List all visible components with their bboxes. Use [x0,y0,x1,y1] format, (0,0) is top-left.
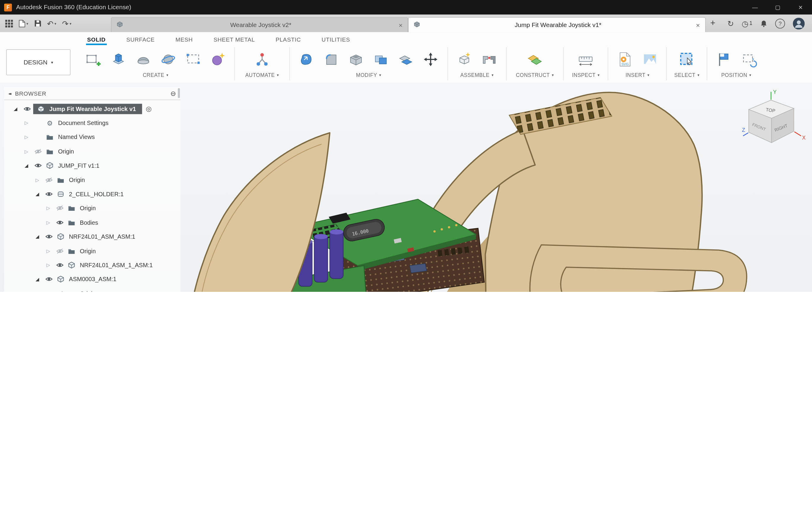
browser-tree-item[interactable]: ▷Bodies [4,216,180,230]
offset-face-button[interactable] [394,47,418,71]
close-button[interactable]: × [789,0,812,15]
close-tab-icon[interactable]: × [696,21,700,29]
visibility-eye-icon[interactable] [42,177,55,183]
new-component-button[interactable] [452,47,477,71]
scrollbar-thumb[interactable] [178,88,180,98]
measure-button[interactable] [573,47,598,71]
browser-tree-item[interactable]: ◢JUMP_FIT v1:1 [4,159,180,173]
visibility-eye-icon[interactable] [53,205,66,211]
expand-toggle-icon[interactable]: ▷ [43,291,53,292]
move-copy-button[interactable] [418,47,443,71]
save-icon[interactable] [34,20,41,27]
inspect-group-label[interactable]: INSPECT▾ [572,72,600,78]
tab-utilities[interactable]: UTILITIES [321,33,351,45]
visibility-eye-icon[interactable] [42,191,55,197]
browser-header[interactable]: ◂◂ BROWSER ⊖ [4,87,180,100]
bell-icon[interactable] [760,20,767,27]
visibility-eye-icon[interactable] [53,219,66,226]
collapse-toggle-icon[interactable]: ◢ [32,234,42,239]
visibility-eye-icon[interactable] [53,262,66,268]
user-avatar[interactable] [793,18,805,29]
view-cube[interactable]: Y TOP FRONT RIGHT X Z [742,88,810,153]
new-sketch-button[interactable] [81,47,106,71]
expand-toggle-icon[interactable]: ▷ [21,135,32,140]
activate-component-icon[interactable]: ◎ [146,105,152,113]
job-status-icon[interactable]: ↻ [727,20,734,27]
browser-tree-item[interactable]: ▷Origin [4,144,180,159]
expand-toggle-icon[interactable]: ▷ [21,120,32,125]
document-tab[interactable]: Wearable Joystick v2* × [111,17,408,32]
combine-button[interactable] [369,47,394,71]
browser-tree-item[interactable]: ◢NRF24L01_ASM_ASM:1 [4,229,180,244]
expand-toggle-icon[interactable]: ▷ [21,149,32,154]
visibility-eye-icon[interactable] [21,106,33,112]
browser-tree-item[interactable]: ◢Jump Fit Wearable Joystick v1◎ [4,102,180,116]
document-tab-active[interactable]: Jump Fit Wearable Joystick v1* × [408,17,706,32]
fillet-button[interactable] [319,47,344,71]
press-pull-button[interactable] [294,47,319,71]
file-menu-icon[interactable]: ▾ [19,20,28,27]
shell-button[interactable] [344,47,369,71]
collapse-toggle-icon[interactable]: ◢ [32,277,42,282]
visibility-eye-icon[interactable] [32,162,44,169]
redo-icon[interactable]: ↷▾ [62,20,71,27]
expand-toggle-icon[interactable]: ▷ [32,177,42,182]
create-form-button[interactable] [205,47,230,71]
browser-tree-item[interactable]: ◢2_CELL_HOLDER:1 [4,187,180,201]
visibility-eye-icon[interactable] [53,290,66,292]
browser-tree-item[interactable]: ◢ASM0003_ASM:1 [4,272,180,286]
notification-clock-icon[interactable]: ◷1 [742,20,752,27]
help-icon[interactable]: ? [775,19,785,28]
extrude-button[interactable] [106,47,130,71]
select-button[interactable] [675,47,699,71]
collapse-toggle-icon[interactable]: ◢ [32,192,42,197]
capture-position-button[interactable] [712,47,736,71]
visibility-eye-icon[interactable] [42,276,55,282]
position-group-label[interactable]: POSITION▾ [721,72,751,78]
collapse-panel-icon[interactable]: ◂◂ [8,91,10,96]
expand-toggle-icon[interactable]: ▷ [43,220,53,225]
browser-tree-item[interactable]: ▷Origin [4,201,180,216]
expand-toggle-icon[interactable]: ▷ [43,248,53,253]
assemble-group-label[interactable]: ASSEMBLE▾ [460,72,494,78]
visibility-eye-icon[interactable] [53,248,66,254]
insert-group-label[interactable]: INSERT▾ [626,72,650,78]
expand-toggle-icon[interactable]: ▷ [43,262,53,267]
select-group-label[interactable]: SELECT▾ [674,72,699,78]
construction-plane-button[interactable] [522,47,547,71]
minimize-button[interactable]: — [744,0,766,15]
automate-button[interactable] [250,47,274,71]
tab-sheet-metal[interactable]: SHEET METAL [212,33,256,45]
browser-tree-item[interactable]: ▷NRF24L01_ASM_1_ASM:1 [4,258,180,272]
revert-position-button[interactable] [736,47,761,71]
maximize-button[interactable]: ▢ [766,0,789,15]
tab-surface[interactable]: SURFACE [125,33,156,45]
create-group-label[interactable]: CREATE▾ [143,72,168,78]
sweep-button[interactable] [155,47,180,71]
browser-tree-item[interactable]: ▷Origin [4,244,180,258]
visibility-eye-icon[interactable] [42,234,55,240]
expand-toggle-icon[interactable]: ▷ [43,206,53,211]
automate-group-label[interactable]: AUTOMATE▾ [245,72,279,78]
box-primitive-button[interactable] [180,47,205,71]
visibility-eye-icon[interactable] [32,148,44,155]
browser-tree-item[interactable]: ▷Origin [4,173,180,187]
display-settings-toggle-icon[interactable]: ⊖ [170,89,176,97]
collapse-toggle-icon[interactable]: ◢ [21,163,32,168]
insert-canvas-button[interactable] [637,47,662,71]
browser-tree-item[interactable]: ▷Named Views [4,130,180,144]
selected-item-highlight[interactable]: Jump Fit Wearable Joystick v1 [33,104,142,114]
viewport[interactable]: 16.000 [0,83,812,292]
insert-svg-button[interactable]: SVG [613,47,637,71]
construct-group-label[interactable]: CONSTRUCT▾ [516,72,554,78]
browser-tree-item[interactable]: ▷Origin [4,286,180,292]
app-grid-menu-icon[interactable] [5,20,13,27]
new-tab-button[interactable]: + [705,15,720,32]
collapse-toggle-icon[interactable]: ◢ [10,106,21,111]
tab-mesh[interactable]: MESH [175,33,194,45]
design-menu-button[interactable]: DESIGN▾ [6,49,70,75]
tab-solid[interactable]: SOLID [86,33,107,45]
undo-icon[interactable]: ↶▾ [47,20,56,27]
joint-button[interactable] [477,47,502,71]
browser-tree-item[interactable]: ▷⚙Document Settings [4,116,180,130]
